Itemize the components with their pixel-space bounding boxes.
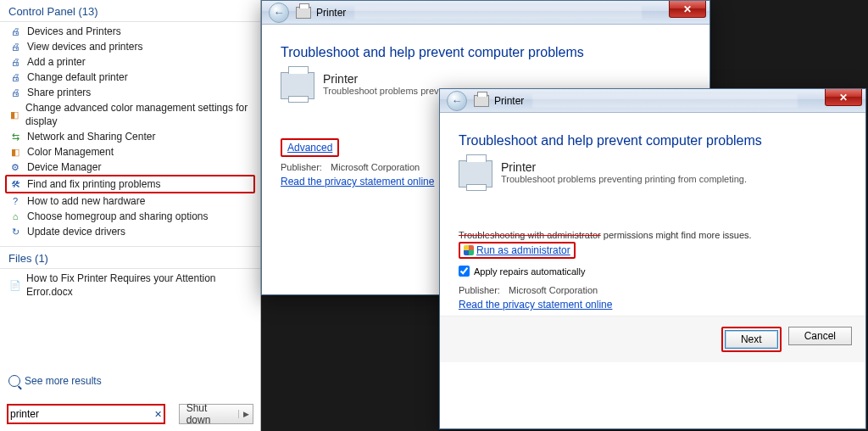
close-button[interactable]: ✕ xyxy=(825,89,862,106)
titlebar-blur xyxy=(354,6,642,20)
color-icon: ◧ xyxy=(8,108,20,121)
result-devices-and-printers[interactable]: 🖨Devices and Printers xyxy=(5,24,255,39)
advanced-link[interactable]: Advanced xyxy=(281,138,339,157)
apply-repairs-input[interactable] xyxy=(459,266,470,277)
shutdown-arrow-icon[interactable]: ▶ xyxy=(238,410,249,418)
printer-large-icon xyxy=(459,160,492,188)
publisher-value: Microsoft Corporation xyxy=(509,285,598,295)
color-icon: ◧ xyxy=(8,145,22,159)
troubleshoot-icon: 🛠 xyxy=(8,177,22,191)
printer-large-icon xyxy=(281,72,314,99)
privacy-link[interactable]: Read the privacy statement online xyxy=(281,176,434,188)
printer-icon: 🖨 xyxy=(8,86,22,99)
shutdown-button[interactable]: Shut down ▶ xyxy=(179,404,253,424)
shield-icon xyxy=(464,245,474,255)
result-find-fix-printing[interactable]: 🛠Find and fix printing problems xyxy=(5,175,255,193)
close-button[interactable]: ✕ xyxy=(669,1,706,18)
network-icon: ⇆ xyxy=(8,130,22,143)
titlebar[interactable]: ← Printer ✕ xyxy=(440,89,865,113)
clear-search-icon[interactable]: ✕ xyxy=(153,409,164,420)
printer-subtext: Troubleshoot problems preve xyxy=(323,86,444,96)
result-file-docx[interactable]: 📄How to Fix Printer Requires your Attent… xyxy=(5,271,255,299)
troubleshooter-window-advanced: ← Printer ✕ Troubleshoot and help preven… xyxy=(439,88,866,429)
printer-icon: 🖨 xyxy=(8,70,22,84)
result-add-printer[interactable]: 🖨Add a printer xyxy=(5,54,255,70)
see-more-results[interactable]: See more results xyxy=(8,375,102,387)
window-title: Printer xyxy=(316,7,346,19)
files-header: Files (1) xyxy=(0,246,260,269)
printer-icon xyxy=(474,95,489,107)
control-panel-results: 🖨Devices and Printers 🖨View devices and … xyxy=(0,22,260,241)
dialog-buttons: Next Cancel xyxy=(440,316,865,362)
next-button[interactable]: Next xyxy=(725,330,778,349)
search-icon xyxy=(8,375,20,387)
result-view-devices[interactable]: 🖨View devices and printers xyxy=(5,39,255,54)
result-color-mgmt-display[interactable]: ◧Change advanced color management settin… xyxy=(5,100,255,129)
result-change-default[interactable]: 🖨Change default printer xyxy=(5,70,255,85)
admin-permissions-note: Troubleshooting with administrator permi… xyxy=(459,230,847,240)
update-icon: ↻ xyxy=(8,225,22,238)
privacy-link[interactable]: Read the privacy statement online xyxy=(459,299,612,311)
back-icon[interactable]: ← xyxy=(447,91,467,111)
apply-repairs-checkbox[interactable]: Apply repairs automatically xyxy=(459,266,847,277)
printer-title: Printer xyxy=(501,160,747,174)
result-color-management[interactable]: ◧Color Management xyxy=(5,144,255,160)
publisher-label: Publisher: xyxy=(281,162,328,172)
device-icon: ⚙ xyxy=(8,160,22,174)
printer-icon xyxy=(296,7,311,19)
result-share-printers[interactable]: 🖨Share printers xyxy=(5,85,255,100)
printer-icon: 🖨 xyxy=(8,55,22,69)
back-icon[interactable]: ← xyxy=(269,3,289,23)
result-network-sharing[interactable]: ⇆Network and Sharing Center xyxy=(5,129,255,144)
help-icon: ? xyxy=(8,194,22,208)
publisher-value: Microsoft Corporation xyxy=(331,162,420,172)
control-panel-header: Control Panel (13) xyxy=(0,0,260,22)
search-box[interactable]: ✕ xyxy=(7,404,165,424)
result-update-drivers[interactable]: ↻Update device drivers xyxy=(5,224,255,239)
printer-title: Printer xyxy=(323,72,444,86)
printer-icon: 🖨 xyxy=(8,25,22,38)
homegroup-icon: ⌂ xyxy=(8,210,22,223)
printer-subtext: Troubleshoot problems preventing printin… xyxy=(501,174,747,184)
window-title: Printer xyxy=(494,95,524,107)
run-as-admin-link[interactable]: Run as administrator xyxy=(476,244,570,256)
troubleshoot-heading: Troubleshoot and help prevent computer p… xyxy=(459,133,847,148)
printer-icon: 🖨 xyxy=(8,40,22,53)
search-input[interactable] xyxy=(8,407,153,421)
titlebar-blur xyxy=(532,94,798,108)
result-homegroup[interactable]: ⌂Choose homegroup and sharing options xyxy=(5,209,255,224)
troubleshoot-heading: Troubleshoot and help prevent computer p… xyxy=(281,45,691,60)
titlebar[interactable]: ← Printer ✕ xyxy=(262,1,709,25)
result-device-manager[interactable]: ⚙Device Manager xyxy=(5,160,255,175)
result-add-hardware[interactable]: ?How to add new hardware xyxy=(5,193,255,209)
cancel-button[interactable]: Cancel xyxy=(788,327,852,345)
publisher-label: Publisher: xyxy=(459,285,506,295)
start-search-panel: Control Panel (13) 🖨Devices and Printers… xyxy=(0,0,261,431)
word-icon: 📄 xyxy=(8,278,21,292)
